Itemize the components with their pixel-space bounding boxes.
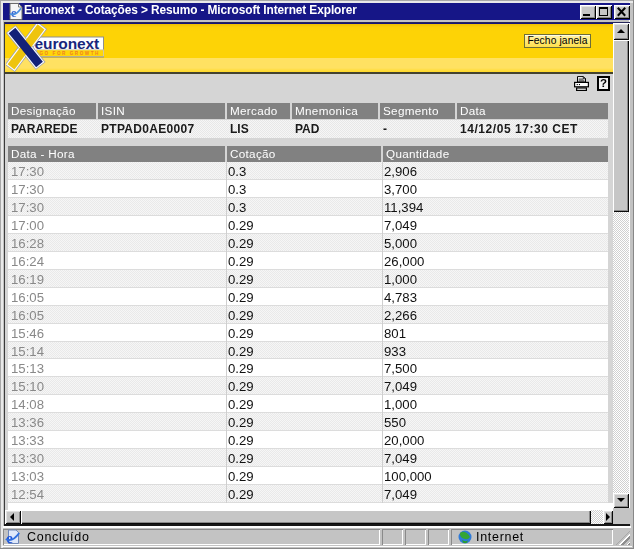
svg-text:GO FOR GROWTH: GO FOR GROWTH: [40, 51, 100, 56]
svg-text:e: e: [6, 530, 13, 545]
svg-text:euronext: euronext: [35, 35, 100, 52]
